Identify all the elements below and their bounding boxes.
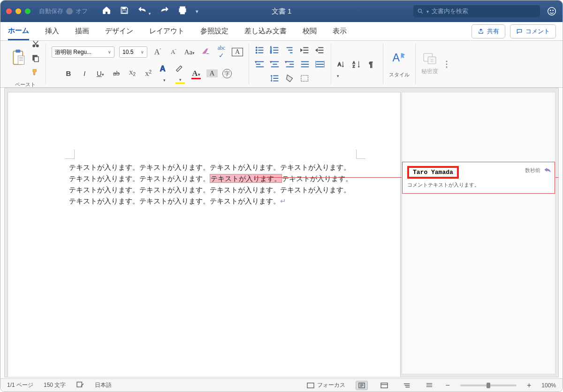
svg-text:¶: ¶ [369,60,373,68]
align-right-icon[interactable] [285,60,295,69]
zoom-slider[interactable] [460,384,517,386]
home-icon[interactable] [102,6,111,17]
svg-rect-11 [18,56,24,64]
tab-draw[interactable]: 描画 [75,23,89,39]
autosave-switch-icon [66,8,73,15]
strike-button[interactable]: ab [111,69,122,77]
tab-mailing[interactable]: 差し込み文書 [244,23,287,39]
underline-button[interactable]: U▾ [95,69,106,78]
distributed-icon[interactable] [315,60,325,69]
zoom-in-button[interactable]: + [527,381,531,390]
group-paragraph: ▾ 123▾ ▾ ▾ ▾ ▾ [249,44,331,84]
paste-button[interactable] [11,49,27,69]
subscript-button[interactable]: X2 [127,69,138,77]
character-border-icon[interactable]: A [232,48,243,56]
increase-indent-icon[interactable] [315,45,325,55]
shrink-font-icon[interactable]: Aˇ [168,48,179,56]
reply-icon[interactable] [544,166,551,174]
shading-icon[interactable]: ▾ [285,74,295,83]
autosave-toggle[interactable]: 自動保存 オフ [39,7,88,15]
focus-mode-button[interactable]: フォーカス [306,381,345,389]
print-icon[interactable] [178,6,187,17]
font-color-button[interactable]: A▾ [190,69,202,78]
close-window-icon[interactable] [6,8,12,14]
enclose-char-button[interactable]: 字 [222,69,232,78]
qat-more-icon[interactable]: ▾ [196,8,198,15]
svg-text:3: 3 [270,51,272,54]
commented-text[interactable]: テキストが入ります。 [210,174,282,183]
zoom-out-button[interactable]: − [446,381,450,390]
page-count[interactable]: 1/1 ページ [7,381,33,389]
word-count[interactable]: 150 文字 [44,381,66,389]
highlight-button[interactable]: ▾ [175,64,186,83]
svg-point-32 [446,63,448,65]
align-left-icon[interactable] [255,60,265,69]
share-button[interactable]: 共有 [472,24,505,38]
comment-button[interactable]: コメント [510,24,556,38]
maximize-window-icon[interactable] [25,8,30,14]
superscript-button[interactable]: X2 [143,69,154,78]
svg-point-33 [446,66,448,68]
comment-card[interactable]: Taro Yamada 数秒前 コメントテキストが入ります。 [402,162,555,194]
redo-icon[interactable] [160,6,169,17]
web-layout-view-icon[interactable] [378,381,390,390]
clear-format-icon[interactable] [200,46,211,58]
cut-icon[interactable] [31,40,40,50]
sensitivity-icon[interactable] [423,53,437,65]
italic-button[interactable]: I [79,69,90,78]
tab-view[interactable]: 表示 [333,23,347,39]
document-body[interactable]: テキストが入ります。テキストが入ります。テキストが入ります。テキストが入ります。… [69,162,353,207]
language-button[interactable]: 日本語 [95,381,112,389]
svg-rect-4 [181,11,184,14]
undo-icon[interactable]: ▼ [137,6,152,17]
line-spacing-icon[interactable]: ▾ [270,74,280,83]
decrease-indent-icon[interactable] [300,45,310,55]
phonetic-icon[interactable]: abc✓ [216,45,227,60]
tab-home[interactable]: ホーム [8,23,29,40]
text-effect-button[interactable]: A▾ [159,63,170,83]
print-layout-view-icon[interactable] [356,381,368,390]
share-label: 共有 [487,27,499,36]
align-justify-icon[interactable] [300,60,310,69]
copy-icon[interactable] [31,54,40,64]
zoom-value[interactable]: 100% [541,382,556,389]
search-input[interactable]: ▾ 文書内を検索 [413,5,540,17]
format-painter-icon[interactable] [31,68,40,78]
tab-design[interactable]: デザイン [105,23,133,39]
window-controls [6,8,30,14]
page[interactable]: テキストが入ります。テキストが入ります。テキストが入ります。テキストが入ります。… [8,92,401,377]
font-family-select[interactable]: 游明朝 Regu...∨ [52,46,114,58]
bullet-list-icon[interactable]: ▾ [255,45,265,55]
bold-button[interactable]: B [63,69,74,78]
feedback-icon[interactable] [547,6,557,16]
tab-references[interactable]: 参照設定 [200,23,228,39]
tab-insert[interactable]: 挿入 [45,23,59,39]
font-size-select[interactable]: 10.5∨ [119,46,147,58]
multilevel-list-icon[interactable]: ▾ [285,45,295,55]
group-text-direction: A▾ AZ ¶ [331,44,383,84]
change-case-icon[interactable]: Aa▾ [184,48,195,56]
ribbon: ペースト 游明朝 Regu...∨ 10.5∨ Aˆ Aˇ Aa▾ abc✓ A… [0,41,563,88]
align-center-icon[interactable] [270,60,280,69]
borders-icon[interactable]: ▾ [300,74,310,83]
group-styles: A スタイル [383,44,416,84]
styles-label: スタイル [389,71,410,78]
tab-layout[interactable]: レイアウト [149,23,184,39]
char-shading-button[interactable]: A [206,69,218,77]
ribbon-overflow-icon[interactable] [444,44,449,84]
grow-font-icon[interactable]: Aˆ [152,48,163,56]
svg-rect-0 [122,7,126,9]
text-direction-icon[interactable]: A▾ [337,60,347,69]
spell-check-icon[interactable] [76,381,84,389]
number-list-icon[interactable]: 123▾ [270,45,280,55]
font-size-value: 10.5 [122,49,133,55]
show-marks-icon[interactable]: ¶ [367,60,377,69]
sort-icon[interactable]: AZ [352,60,362,69]
minimize-window-icon[interactable] [15,8,21,14]
svg-rect-23 [301,75,308,81]
draft-view-icon[interactable] [423,381,435,390]
save-icon[interactable] [120,6,129,17]
outline-view-icon[interactable] [401,381,413,390]
styles-button[interactable]: A [391,50,408,68]
tab-review[interactable]: 校閲 [303,23,317,39]
